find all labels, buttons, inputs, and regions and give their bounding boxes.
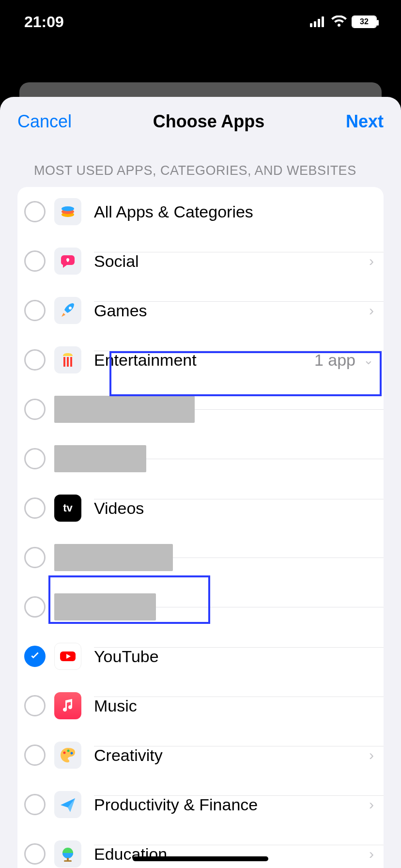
cancel-button[interactable]: Cancel [17, 111, 72, 132]
checkbox-checked[interactable] [24, 646, 46, 667]
svg-rect-10 [70, 357, 72, 367]
svg-rect-0 [310, 23, 312, 27]
row-label: YouTube [94, 647, 159, 666]
checkbox[interactable] [24, 250, 46, 272]
checkbox[interactable] [24, 547, 46, 568]
stack-icon [54, 198, 81, 225]
status-time: 21:09 [24, 13, 64, 31]
nav-bar: Cancel Choose Apps Next [0, 97, 401, 151]
checkbox[interactable] [24, 596, 46, 618]
checkbox[interactable] [24, 843, 46, 865]
chevron-right-icon: › [369, 796, 374, 813]
redacted-content [54, 396, 195, 423]
row-label: Social [94, 252, 139, 271]
row-label: Videos [94, 499, 144, 518]
checkbox[interactable] [24, 448, 46, 469]
wifi-icon [331, 13, 347, 31]
modal-sheet: Cancel Choose Apps Next MOST USED APPS, … [0, 97, 401, 868]
apps-list: All Apps & Categories Social › Games › [17, 187, 384, 868]
row-redacted[interactable] [17, 533, 384, 582]
svg-point-6 [62, 206, 74, 211]
checkbox[interactable] [24, 794, 46, 815]
row-label: Games [94, 301, 147, 320]
chevron-down-icon: ⌄ [363, 353, 374, 368]
svg-rect-3 [322, 16, 324, 27]
chevron-right-icon: › [369, 302, 374, 319]
row-label: All Apps & Categories [94, 202, 253, 221]
checkbox[interactable] [24, 349, 46, 371]
home-indicator [133, 856, 268, 861]
chevron-right-icon: › [369, 747, 374, 763]
row-youtube[interactable]: YouTube [17, 632, 384, 681]
paper-plane-icon [54, 791, 81, 818]
row-social[interactable]: Social › [17, 236, 384, 286]
popcorn-icon [54, 346, 81, 373]
chevron-right-icon: › [369, 846, 374, 862]
checkbox[interactable] [24, 399, 46, 420]
row-all-apps[interactable]: All Apps & Categories [17, 187, 384, 236]
checkbox[interactable] [24, 201, 46, 222]
section-header: MOST USED APPS, CATEGORIES, AND WEBSITES [0, 151, 401, 187]
next-button[interactable]: Next [346, 111, 384, 132]
svg-rect-17 [64, 860, 72, 862]
row-label: Music [94, 697, 137, 715]
chevron-right-icon: › [369, 253, 374, 269]
svg-point-14 [71, 752, 73, 755]
svg-point-13 [67, 750, 70, 752]
checkbox[interactable] [24, 300, 46, 321]
row-music[interactable]: Music [17, 681, 384, 730]
svg-point-12 [63, 752, 66, 754]
palette-icon [54, 742, 81, 769]
row-redacted[interactable] [17, 385, 384, 434]
battery-icon: 32 [352, 16, 377, 28]
checkbox[interactable] [24, 744, 46, 766]
status-indicators: 32 [310, 13, 377, 31]
checkbox[interactable] [24, 695, 46, 716]
status-bar: 21:09 32 [0, 0, 401, 44]
row-subtitle: 1 app [314, 351, 355, 370]
svg-rect-8 [63, 357, 65, 367]
redacted-content [54, 544, 173, 571]
row-education[interactable]: Education › [17, 829, 384, 868]
row-videos[interactable]: tv Videos [17, 483, 384, 533]
youtube-icon [54, 643, 81, 670]
rocket-icon [54, 297, 81, 324]
chat-heart-icon [54, 248, 81, 275]
apple-tv-icon: tv [54, 495, 81, 522]
row-label: Entertainment [94, 351, 197, 370]
page-title: Choose Apps [153, 111, 265, 132]
row-label: Productivity & Finance [94, 795, 258, 814]
redacted-content [54, 445, 146, 472]
checkbox[interactable] [24, 497, 46, 519]
row-productivity[interactable]: Productivity & Finance › [17, 780, 384, 829]
redacted-content [54, 593, 156, 620]
svg-rect-1 [314, 21, 316, 27]
row-creativity[interactable]: Creativity › [17, 730, 384, 780]
globe-icon [54, 840, 81, 868]
svg-point-7 [69, 307, 72, 310]
cellular-icon [310, 13, 326, 31]
row-label: Creativity [94, 746, 163, 765]
row-redacted[interactable] [17, 582, 384, 632]
svg-rect-9 [67, 357, 69, 367]
music-icon [54, 692, 81, 719]
row-entertainment[interactable]: Entertainment 1 app ⌄ [17, 335, 384, 385]
svg-rect-2 [318, 19, 320, 27]
row-redacted[interactable] [17, 434, 384, 483]
row-games[interactable]: Games › [17, 286, 384, 335]
